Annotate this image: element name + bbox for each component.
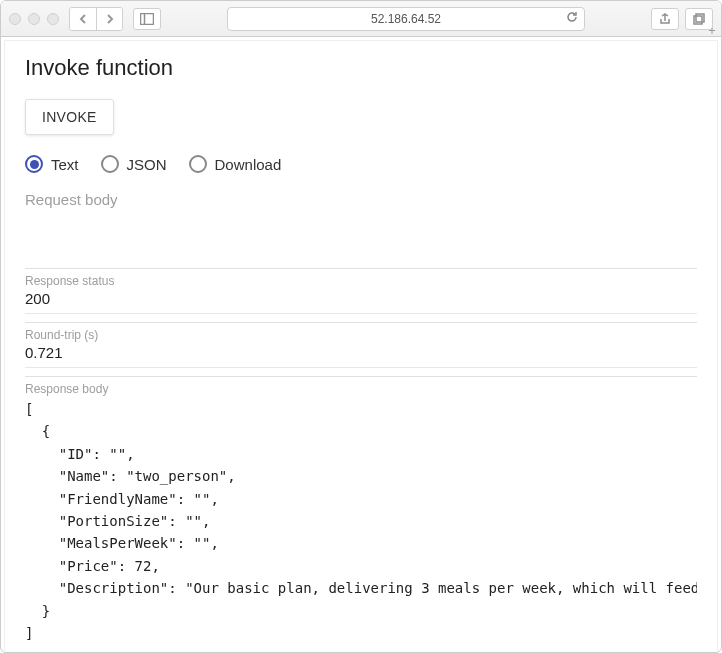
address-bar[interactable]: 52.186.64.52 — [227, 7, 585, 31]
sidebar-toggle-button[interactable] — [133, 8, 161, 30]
svg-rect-3 — [694, 16, 702, 24]
close-window-icon[interactable] — [9, 13, 21, 25]
response-status-value: 200 — [25, 290, 697, 314]
request-body-input[interactable]: Request body — [25, 191, 697, 208]
page-title: Invoke function — [25, 55, 697, 81]
radio-json-label: JSON — [127, 156, 167, 173]
response-status-field: Response status 200 — [25, 268, 697, 314]
radio-selected-icon — [25, 155, 43, 173]
reload-button[interactable] — [566, 11, 578, 26]
share-button[interactable] — [651, 8, 679, 30]
radio-text-label: Text — [51, 156, 79, 173]
address-text: 52.186.64.52 — [371, 12, 441, 26]
radio-json[interactable]: JSON — [101, 155, 167, 173]
roundtrip-field: Round-trip (s) 0.721 — [25, 322, 697, 368]
toolbar-right-buttons — [651, 8, 713, 30]
svg-rect-2 — [696, 14, 704, 22]
chevron-right-icon — [105, 14, 115, 24]
maximize-window-icon[interactable] — [47, 13, 59, 25]
chevron-left-icon — [78, 14, 88, 24]
response-body-label: Response body — [25, 382, 697, 396]
response-body-field: Response body [ { "ID": "", "Name": "two… — [25, 376, 697, 653]
response-status-label: Response status — [25, 274, 697, 288]
nav-button-group — [69, 7, 123, 31]
radio-download[interactable]: Download — [189, 155, 282, 173]
back-button[interactable] — [70, 8, 96, 30]
browser-toolbar: 52.186.64.52 + — [1, 1, 721, 37]
tabs-icon — [693, 13, 705, 25]
output-format-radios: Text JSON Download — [25, 155, 697, 173]
window-controls — [9, 13, 59, 25]
new-tab-button[interactable]: + — [705, 25, 719, 37]
roundtrip-label: Round-trip (s) — [25, 328, 697, 342]
radio-unselected-icon — [101, 155, 119, 173]
page-content: Invoke function INVOKE Text JSON Downloa… — [4, 40, 718, 653]
radio-text[interactable]: Text — [25, 155, 79, 173]
forward-button[interactable] — [96, 8, 122, 30]
reload-icon — [566, 11, 578, 23]
invoke-button[interactable]: INVOKE — [25, 99, 114, 135]
radio-download-label: Download — [215, 156, 282, 173]
roundtrip-value: 0.721 — [25, 344, 697, 368]
radio-unselected-icon — [189, 155, 207, 173]
minimize-window-icon[interactable] — [28, 13, 40, 25]
share-icon — [659, 13, 671, 25]
response-body-value: [ { "ID": "", "Name": "two_person", "Fri… — [25, 398, 697, 653]
svg-rect-0 — [141, 13, 154, 24]
sidebar-icon — [140, 13, 154, 25]
